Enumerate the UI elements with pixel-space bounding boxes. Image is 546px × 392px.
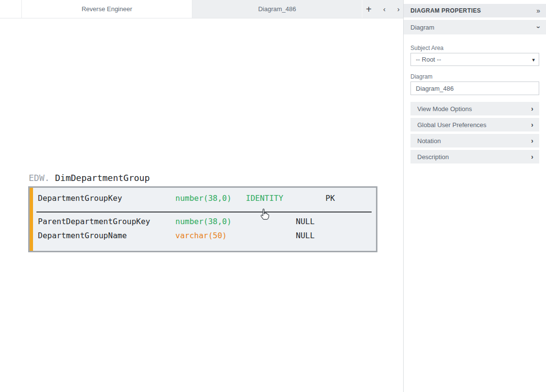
chevron-right-icon: ›: [531, 121, 533, 128]
hand-cursor-icon: [258, 207, 272, 223]
entity-cell-name: DepartmentGroupKey: [38, 194, 122, 203]
entity-schema: EDW.: [29, 173, 50, 183]
section-global-user-preferences[interactable]: Global User Preferences›: [410, 118, 539, 131]
entity-cell-type: varchar(50): [175, 231, 227, 240]
tab-bar: Reverse Engineer Diagram_486 + ‹ ›: [0, 0, 403, 18]
select-arrow-icon: ▾: [532, 56, 535, 63]
subject-area-select[interactable]: -- Root -- ▾: [410, 53, 539, 66]
chevron-right-icon: ›: [531, 137, 533, 144]
subject-area-label: Subject Area: [410, 45, 539, 51]
new-tab-button[interactable]: +: [364, 3, 374, 15]
entity-table[interactable]: DepartmentGroupKeynumber(38,0)IDENTITYPK…: [28, 186, 377, 252]
entity-cell-extra: IDENTITY: [246, 194, 283, 203]
entity-cell-null: NULL: [296, 231, 315, 240]
entity-name: DimDepartmentGroup: [55, 173, 150, 183]
prev-tab-button[interactable]: ‹: [381, 4, 388, 14]
tab-label: Reverse Engineer: [82, 5, 132, 13]
diagram-name-input[interactable]: [410, 82, 539, 95]
app-window: Reverse Engineer Diagram_486 + ‹ › EDW. …: [0, 0, 546, 392]
section-label: Notation: [417, 137, 531, 145]
entity-cell-null: NULL: [296, 217, 315, 226]
diagram-properties-panel: DIAGRAM PROPERTIES » Diagram › Subject A…: [403, 0, 546, 392]
entity-pk-rows: DepartmentGroupKeynumber(38,0)IDENTITYPK: [30, 192, 376, 206]
entity-column-row[interactable]: DepartmentGroupNamevarchar(50)NULL: [30, 229, 376, 244]
next-tab-button[interactable]: ›: [395, 4, 402, 14]
entity-attr-rows: ParentDepartmentGroupKeynumber(38,0)NULL…: [30, 215, 376, 244]
section-view-mode-options[interactable]: View Mode Options›: [410, 102, 539, 115]
entity-column-row[interactable]: ParentDepartmentGroupKeynumber(38,0)NULL: [30, 215, 376, 229]
section-diagram[interactable]: Diagram ›: [404, 20, 546, 34]
properties-panel-title: DIAGRAM PROPERTIES: [410, 7, 536, 14]
entity-cell-type: number(38,0): [175, 194, 232, 203]
tab-reverse-engineer[interactable]: Reverse Engineer: [22, 0, 192, 18]
tab-label: Diagram_486: [258, 5, 296, 13]
section-description[interactable]: Description›: [410, 150, 539, 163]
entity-cell-key: PK: [325, 194, 335, 203]
subject-area-value: -- Root --: [416, 56, 441, 63]
section-diagram-label: Diagram: [410, 24, 538, 31]
tab-controls: + ‹ ›: [362, 0, 403, 18]
entity-pk-divider: [36, 212, 372, 212]
section-label: Global User Preferences: [417, 121, 531, 129]
entity-cell-name: ParentDepartmentGroupKey: [38, 217, 150, 226]
section-notation[interactable]: Notation›: [410, 134, 539, 147]
tab-diagram-486[interactable]: Diagram_486: [192, 0, 362, 18]
diagram-name-label: Diagram: [410, 73, 539, 80]
entity-cell-type: number(38,0): [175, 217, 232, 226]
entity-title: EDW. DimDepartmentGroup: [29, 173, 150, 183]
collapsed-sections-list: View Mode Options›Global User Preference…: [410, 102, 539, 163]
diagram-canvas[interactable]: EDW. DimDepartmentGroup DepartmentGroupK…: [0, 18, 403, 392]
panel-collapse-icon[interactable]: »: [536, 7, 540, 15]
diagram-section-content: Subject Area -- Root -- ▾ Diagram View M…: [404, 45, 546, 163]
chevron-right-icon: ›: [531, 105, 533, 112]
chevron-down-icon: ›: [536, 26, 543, 29]
section-label: Description: [417, 153, 531, 161]
entity-cell-name: DepartmentGroupName: [38, 231, 127, 240]
chevron-right-icon: ›: [531, 153, 533, 160]
properties-panel-header: DIAGRAM PROPERTIES »: [404, 4, 546, 17]
section-label: View Mode Options: [417, 105, 531, 113]
tab-bar-spacer: [0, 0, 22, 18]
entity-column-row[interactable]: DepartmentGroupKeynumber(38,0)IDENTITYPK: [30, 192, 376, 206]
